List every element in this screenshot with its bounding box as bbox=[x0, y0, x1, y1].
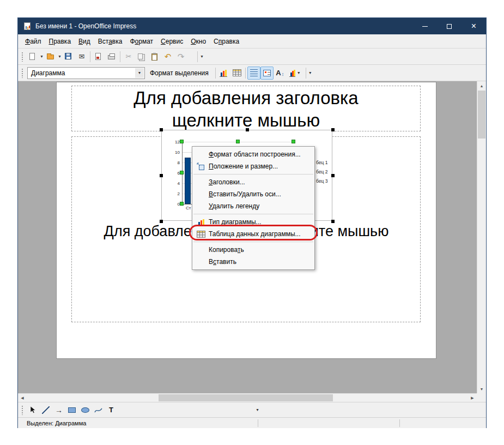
scroll-left-button[interactable]: ◀ bbox=[18, 394, 27, 402]
plot-area-handle[interactable] bbox=[180, 171, 184, 175]
toolbar-overflow-button[interactable]: ▾ bbox=[199, 54, 204, 59]
select-tool-button[interactable] bbox=[26, 404, 39, 417]
close-button[interactable]: × bbox=[462, 18, 486, 34]
window-title: Без имени 1 - OpenOffice Impress bbox=[35, 22, 412, 30]
context-menu-item-insert-delete-axes[interactable]: Вставить/Удалить оси... bbox=[192, 188, 314, 200]
selection-handle[interactable] bbox=[160, 128, 163, 131]
slide-workspace: Для добавления заголовка щелкните мышью … bbox=[18, 81, 486, 393]
chart-type-button[interactable] bbox=[217, 67, 230, 80]
send-email-button[interactable]: ✉ bbox=[75, 50, 88, 63]
blank-icon bbox=[195, 245, 207, 254]
data-table-icon bbox=[233, 69, 241, 76]
chart-insert-dropdown[interactable]: ▾ bbox=[296, 70, 301, 75]
menu-tools[interactable]: Сервис bbox=[157, 35, 187, 47]
freeform-tool-button[interactable] bbox=[92, 404, 105, 417]
context-menu-item-position-size[interactable]: Положение и размер... bbox=[192, 160, 314, 172]
context-menu-item-format-plot-area[interactable]: Формат области построения... bbox=[192, 148, 314, 160]
selection-handle[interactable] bbox=[160, 174, 163, 177]
selection-combo[interactable]: Диаграмма ▾ bbox=[27, 67, 145, 79]
chart-bar[interactable] bbox=[185, 158, 191, 204]
format-selection-button[interactable]: Формат выделения bbox=[145, 67, 214, 79]
horizontal-scroll-thumb[interactable] bbox=[159, 394, 333, 401]
toolbar-grip[interactable] bbox=[21, 405, 23, 415]
selection-combo-value: Диаграмма bbox=[31, 69, 65, 77]
blank-icon bbox=[195, 257, 207, 266]
vertical-scrollbar[interactable]: ▲ ▼ bbox=[477, 81, 486, 393]
menu-window[interactable]: Окно bbox=[187, 35, 210, 47]
selection-handle[interactable] bbox=[246, 128, 249, 131]
text-tool-button[interactable]: T bbox=[105, 404, 118, 417]
toolbar-grip[interactable] bbox=[21, 52, 23, 62]
plot-area-handle[interactable] bbox=[180, 202, 184, 206]
legend-entry: бец 2 bbox=[316, 169, 327, 175]
combo-dropdown-icon[interactable]: ▾ bbox=[135, 68, 144, 78]
plot-area-handle[interactable] bbox=[236, 140, 240, 143]
ellipse-tool-button[interactable] bbox=[78, 404, 92, 417]
print-button[interactable] bbox=[105, 50, 118, 63]
menu-format[interactable]: Формат bbox=[126, 35, 157, 47]
menu-edit[interactable]: Правка bbox=[45, 35, 75, 47]
save-button[interactable] bbox=[62, 50, 75, 63]
title-placeholder[interactable]: Для добавления заголовка щелкните мышью bbox=[71, 86, 421, 131]
line-icon bbox=[42, 406, 50, 414]
redo-button[interactable]: ↷ bbox=[174, 50, 187, 63]
arrow-tool-button[interactable]: → bbox=[52, 404, 65, 417]
legend-entry: бец 3 bbox=[316, 178, 327, 184]
line-tool-button[interactable] bbox=[39, 404, 52, 417]
selection-handle[interactable] bbox=[331, 220, 335, 223]
toolbar-overflow-button[interactable]: ▾ bbox=[255, 407, 260, 412]
selection-handle[interactable] bbox=[331, 174, 335, 177]
new-document-dropdown[interactable]: ▾ bbox=[39, 54, 44, 59]
blank-icon bbox=[195, 150, 207, 159]
menu-view[interactable]: Вид bbox=[75, 35, 94, 47]
toolbar-separator bbox=[245, 68, 246, 79]
chart-data-table-button[interactable] bbox=[230, 67, 244, 80]
triangle-down-icon: ▼ bbox=[480, 387, 484, 391]
horizontal-grid-icon bbox=[250, 69, 258, 76]
slide-canvas[interactable]: Для добавления заголовка щелкните мышью … bbox=[57, 82, 436, 358]
menu-bar: Файл Правка Вид Вставка Формат Сервис Ок… bbox=[18, 34, 486, 49]
undo-button[interactable]: ↶ bbox=[161, 50, 174, 63]
horizontal-scrollbar[interactable]: ◀ ▶ bbox=[18, 393, 477, 402]
cut-icon: ✂ bbox=[126, 53, 132, 60]
menu-file[interactable]: Файл bbox=[21, 35, 45, 47]
plot-area-handle[interactable] bbox=[180, 140, 184, 143]
scroll-up-button[interactable]: ▲ bbox=[477, 81, 486, 90]
legend-toggle[interactable] bbox=[260, 67, 274, 80]
y-tick-label: 0 bbox=[166, 202, 180, 207]
scale-text-button[interactable]: A↕ bbox=[274, 67, 287, 80]
toolbar-separator bbox=[197, 51, 198, 62]
menu-help[interactable]: Справка bbox=[210, 35, 243, 47]
scroll-down-button[interactable]: ▼ bbox=[477, 384, 486, 393]
minimize-button[interactable] bbox=[412, 18, 437, 34]
paste-button[interactable] bbox=[148, 50, 161, 63]
context-menu-item-delete-legend[interactable]: Удалить легенду bbox=[192, 200, 314, 212]
selection-handle[interactable] bbox=[160, 220, 163, 223]
minimize-icon bbox=[422, 26, 428, 27]
toolbar-separator bbox=[120, 51, 120, 62]
export-pdf-button[interactable] bbox=[92, 50, 105, 63]
menu-insert[interactable]: Вставка bbox=[94, 35, 126, 47]
open-button[interactable] bbox=[44, 50, 57, 63]
toolbar-grip[interactable] bbox=[21, 68, 23, 78]
horizontal-grid-toggle[interactable] bbox=[247, 67, 260, 80]
vertical-scroll-thumb[interactable] bbox=[478, 91, 485, 139]
context-menu-item-copy[interactable]: Копировать bbox=[192, 244, 314, 256]
open-dropdown[interactable]: ▾ bbox=[57, 54, 62, 59]
maximize-icon bbox=[447, 24, 452, 29]
context-menu-item-titles[interactable]: Заголовки... bbox=[192, 176, 314, 188]
copy-button[interactable] bbox=[135, 50, 148, 63]
new-document-button[interactable] bbox=[26, 50, 39, 63]
context-menu-item-paste[interactable]: Вставить bbox=[192, 256, 314, 268]
blank-icon bbox=[195, 190, 207, 199]
cut-button[interactable]: ✂ bbox=[122, 50, 135, 63]
undo-icon: ↶ bbox=[165, 52, 172, 61]
rectangle-icon bbox=[68, 407, 76, 413]
selection-handle[interactable] bbox=[331, 128, 335, 131]
rectangle-tool-button[interactable] bbox=[65, 404, 78, 417]
plot-area-handle[interactable] bbox=[292, 140, 295, 143]
chart-insert-button[interactable]: ▾ bbox=[287, 67, 304, 80]
scroll-right-button[interactable]: ▶ bbox=[468, 394, 477, 402]
maximize-button[interactable] bbox=[437, 18, 462, 34]
toolbar-overflow-button[interactable]: ▾ bbox=[308, 70, 313, 75]
